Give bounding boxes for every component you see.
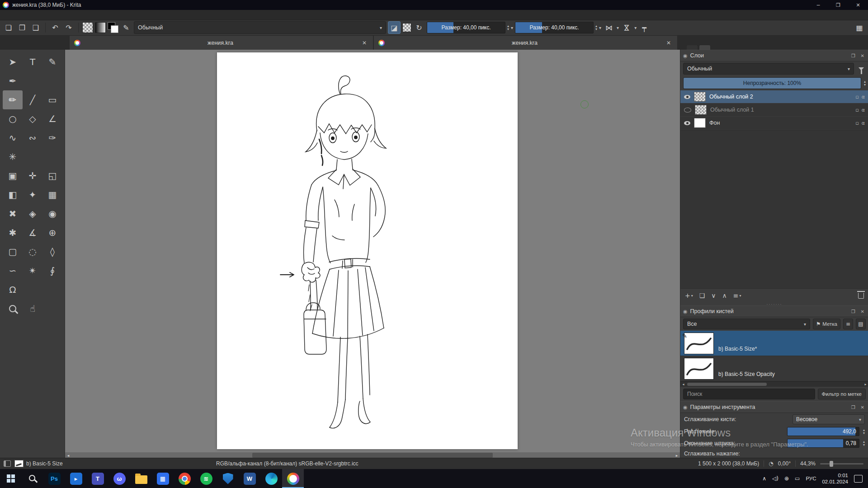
tool-measure[interactable]: ∡: [23, 223, 42, 242]
tool-magnetic-select[interactable]: Ω: [3, 280, 23, 299]
volume-icon[interactable]: ◁): [772, 475, 778, 482]
tool-enclose-fill[interactable]: ◉: [42, 204, 62, 223]
layer-visibility-icon[interactable]: [684, 95, 690, 99]
menu-item[interactable]: [44, 14, 52, 16]
undo-button[interactable]: ↶: [49, 22, 61, 33]
taskbar-word[interactable]: W: [239, 469, 260, 488]
new-document-button[interactable]: ❏: [3, 22, 14, 33]
tool-assistants[interactable]: ✱: [3, 223, 23, 242]
tool-crop[interactable]: ◱: [42, 166, 62, 185]
reload-preset-button[interactable]: ↻: [413, 22, 425, 33]
canvas[interactable]: [217, 52, 518, 449]
layer-row[interactable]: Обычный слой 1 ▫ α: [680, 103, 868, 117]
stroke-end-slider[interactable]: 0,78: [787, 439, 859, 448]
tool-select-shapes[interactable]: ➤: [3, 52, 23, 71]
scroll-left-arrow[interactable]: ◂: [65, 453, 71, 458]
menu-item[interactable]: [61, 14, 68, 16]
menu-item[interactable]: [12, 14, 19, 16]
taskbar-movies-app[interactable]: ▸: [65, 469, 87, 488]
tool-pan[interactable]: ☝: [23, 299, 42, 318]
tab-close-button[interactable]: ✕: [360, 40, 368, 46]
choose-workspace-button[interactable]: ▦: [854, 22, 865, 33]
pattern-chooser[interactable]: [82, 22, 93, 33]
opacity-slider[interactable]: Непрозрачность: 100%: [683, 77, 861, 89]
tool-gradient[interactable]: ◧: [3, 185, 23, 204]
scroll-right-arrow[interactable]: ▸: [674, 453, 680, 458]
menu-item[interactable]: [4, 14, 11, 16]
distance-steppers[interactable]: ▴▾: [863, 428, 865, 435]
add-layer-button[interactable]: +▾: [685, 292, 693, 299]
zoom-value[interactable]: 44,3%: [800, 460, 816, 467]
layer-visibility-icon[interactable]: [684, 121, 690, 125]
taskbar-security-app[interactable]: [217, 469, 239, 488]
tool-rect-select[interactable]: ▢: [3, 242, 23, 261]
menu-item[interactable]: [28, 14, 35, 16]
open-document-button[interactable]: ❐: [16, 22, 28, 33]
close-button[interactable]: ✕: [848, 0, 868, 10]
preset-search-input[interactable]: [683, 389, 815, 399]
tool-freehand-brush[interactable]: ✏: [3, 90, 23, 109]
docker-float-button[interactable]: ❐: [850, 309, 857, 314]
move-layer-down-button[interactable]: ∨: [711, 292, 716, 299]
tool-bezier-curve[interactable]: ∿: [3, 128, 23, 147]
taskbar-teams[interactable]: T: [87, 469, 108, 488]
docker-close-button[interactable]: ✕: [859, 309, 866, 314]
menu-item[interactable]: [36, 14, 43, 16]
tool-line[interactable]: ╱: [23, 90, 42, 109]
menu-item[interactable]: [77, 14, 84, 16]
chevron-down-icon[interactable]: ▾: [617, 25, 619, 30]
gradient-chooser[interactable]: [95, 22, 106, 33]
mirror-horizontal-button[interactable]: ⋈: [603, 22, 615, 33]
opacity-steppers[interactable]: ▴▾: [864, 80, 866, 86]
smoothing-dropdown[interactable]: Весовое ▾: [793, 414, 865, 424]
layer-row[interactable]: Фон ▫ α: [680, 117, 868, 130]
zoom-slider-thumb[interactable]: [830, 461, 833, 467]
tool-freehand-select[interactable]: ∽: [3, 261, 23, 280]
docker-float-button[interactable]: ❐: [850, 53, 857, 58]
taskbar-search-button[interactable]: [22, 469, 43, 488]
canvas-area[interactable]: ◂ ▸: [65, 50, 680, 458]
tool-transform[interactable]: ▣: [3, 166, 23, 185]
tool-ellipse-select[interactable]: ◌: [23, 242, 42, 261]
tool-freehand-path[interactable]: ∾: [23, 128, 42, 147]
grid-view-button[interactable]: ▤: [856, 319, 866, 329]
stroke-end-steppers[interactable]: ▴▾: [863, 440, 865, 446]
redo-button[interactable]: ↷: [63, 22, 75, 33]
taskbar-folder[interactable]: [130, 469, 152, 488]
tool-pattern-edit[interactable]: ▦: [42, 185, 62, 204]
menu-item[interactable]: [20, 14, 27, 16]
distance-slider[interactable]: 492,0: [787, 427, 859, 436]
save-document-button[interactable]: ❑: [30, 22, 42, 33]
lock-icon[interactable]: ▫: [855, 107, 859, 113]
tool-zoom[interactable]: [3, 299, 23, 318]
layer-filter-funnel-icon[interactable]: [859, 67, 864, 70]
wrap-around-mode-button[interactable]: ┯: [638, 22, 650, 33]
chevron-down-icon[interactable]: ▾: [599, 25, 601, 30]
preserve-alpha-button[interactable]: [402, 23, 411, 32]
notification-center-icon[interactable]: [854, 475, 863, 483]
spinbox-steppers[interactable]: ▴▾: [595, 24, 597, 31]
blend-mode-dropdown[interactable]: Обычный ▾: [683, 63, 854, 75]
chevron-down-icon[interactable]: ▾: [634, 25, 637, 30]
brush-size-spinbox-1[interactable]: Размер: 40,00 пикс.: [427, 22, 505, 33]
tool-polygon-select[interactable]: ◊: [42, 242, 62, 261]
menu-item[interactable]: [85, 14, 92, 16]
delete-layer-button[interactable]: [858, 293, 864, 299]
chevron-down-icon[interactable]: ▾: [511, 25, 513, 30]
docker-float-button[interactable]: ❐: [850, 405, 857, 410]
scroll-right-arrow[interactable]: ▸: [863, 382, 868, 386]
tool-move[interactable]: ✛: [23, 166, 42, 185]
taskbar-krita[interactable]: [282, 469, 304, 488]
tool-ellipse[interactable]: ○: [3, 109, 23, 128]
preset-horizontal-scrollbar[interactable]: ◂ ▸: [680, 381, 868, 387]
taskbar-spotify[interactable]: ≋: [195, 469, 217, 488]
tool-rectangle[interactable]: ▭: [42, 90, 62, 109]
layer-row[interactable]: Обычный слой 2 ▫ α: [680, 90, 868, 103]
zoom-slider[interactable]: [820, 463, 863, 465]
scrollbar-track[interactable]: [686, 383, 863, 386]
tool-similar-select[interactable]: ✴: [23, 261, 42, 280]
tool-multibrush[interactable]: ✳: [3, 147, 23, 166]
battery-icon[interactable]: ▭: [795, 475, 800, 482]
rotation-value[interactable]: 0,00°: [778, 460, 791, 467]
duplicate-layer-button[interactable]: ❏: [699, 292, 705, 299]
